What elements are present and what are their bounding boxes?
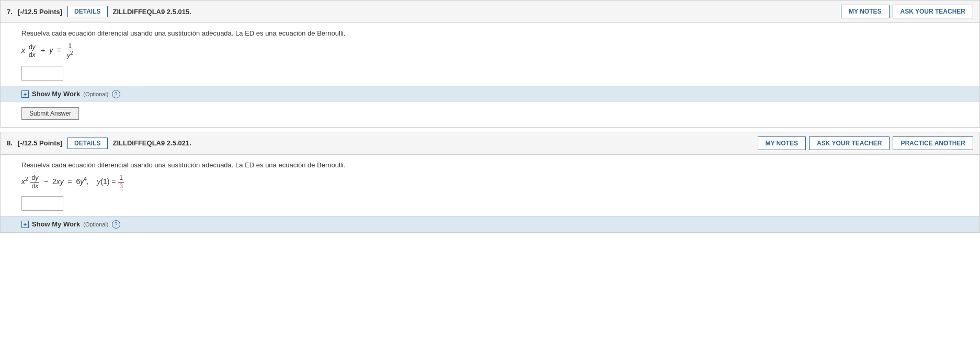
help-icon-8[interactable]: ? <box>112 220 120 229</box>
problem-8-practice-another-button[interactable]: PRACTICE ANOTHER <box>893 136 973 150</box>
problem-7-submit-button[interactable]: Submit Answer <box>21 107 79 120</box>
problem-7-details-button[interactable]: DETAILS <box>67 6 107 17</box>
show-my-work-optional: (Optional) <box>83 91 108 97</box>
problem-8-block: 8. [-/12.5 Points] DETAILS ZILLDIFFEQLA9… <box>0 132 980 233</box>
problem-7-ask-teacher-button[interactable]: ASK YOUR TEACHER <box>893 5 973 18</box>
expand-icon: + <box>21 90 29 98</box>
problem-8-answer-area <box>21 196 969 211</box>
problem-7-body: Resuelva cada ecuación diferencial usand… <box>1 23 979 86</box>
problem-7-header-actions: MY NOTES ASK YOUR TEACHER <box>841 5 973 18</box>
problem-7-answer-area <box>21 66 969 81</box>
help-icon[interactable]: ? <box>112 90 120 98</box>
problem-8-points: [-/12.5 Points] <box>18 139 62 147</box>
problem-8-show-my-work-bar[interactable]: + Show My Work (Optional) ? <box>1 216 979 232</box>
problem-8-my-notes-button[interactable]: MY NOTES <box>758 136 806 150</box>
show-my-work-label-8: Show My Work <box>32 220 80 228</box>
problem-7-instructions: Resuelva cada ecuación diferencial usand… <box>21 29 969 37</box>
problem-7-header: 7. [-/12.5 Points] DETAILS ZILLDIFFEQLA9… <box>1 1 979 23</box>
problem-8-body: Resuelva cada ecuación diferencial usand… <box>1 155 979 216</box>
problem-8-equation: x2 dy dx − 2xy = 6y4, y(1) = 1 3 <box>21 174 969 190</box>
problem-7-equation: x dy dx + y = 1 y2 <box>21 42 969 60</box>
problem-7-show-my-work-bar[interactable]: + Show My Work (Optional) ? <box>1 86 979 102</box>
problem-7-my-notes-button[interactable]: MY NOTES <box>841 5 889 18</box>
problem-7-submit-area: Submit Answer <box>1 102 979 127</box>
problem-8-code: ZILLDIFFEQLA9 2.5.021. <box>113 139 753 147</box>
problem-8-header-actions: MY NOTES ASK YOUR TEACHER PRACTICE ANOTH… <box>758 136 974 150</box>
expand-icon-8: + <box>21 221 29 228</box>
problem-8-instructions: Resuelva cada ecuación diferencial usand… <box>21 161 969 169</box>
problem-8-ask-teacher-button[interactable]: ASK YOUR TEACHER <box>809 136 890 150</box>
problem-7-number: 7. <box>7 8 13 16</box>
problem-8-number: 8. <box>7 139 13 147</box>
problem-8-answer-input[interactable] <box>21 196 63 211</box>
problem-8-header: 8. [-/12.5 Points] DETAILS ZILLDIFFEQLA9… <box>1 132 979 155</box>
problem-7-points: [-/12.5 Points] <box>18 8 62 16</box>
problem-7-answer-input[interactable] <box>21 66 63 81</box>
problem-7-block: 7. [-/12.5 Points] DETAILS ZILLDIFFEQLA9… <box>0 0 980 128</box>
problem-8-details-button[interactable]: DETAILS <box>67 138 107 149</box>
problem-7-code: ZILLDIFFEQLA9 2.5.015. <box>113 8 836 16</box>
show-my-work-optional-8: (Optional) <box>83 221 108 227</box>
show-my-work-label: Show My Work <box>32 90 80 98</box>
